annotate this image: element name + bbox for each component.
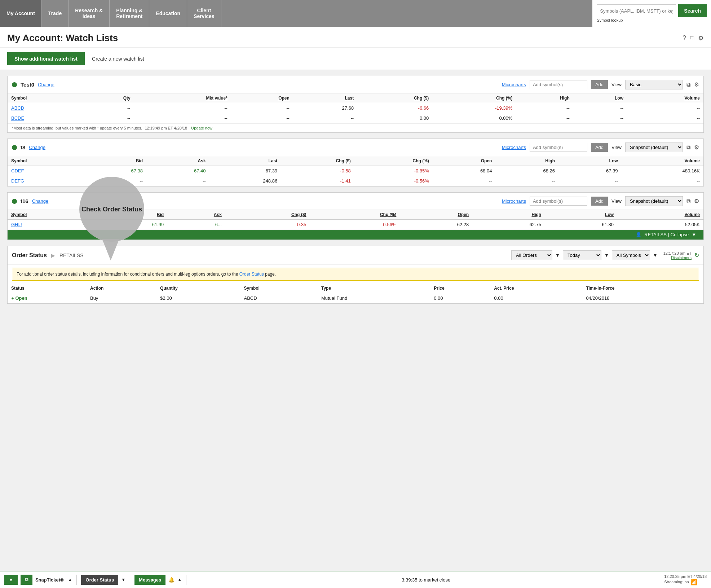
col-low-t16[interactable]: Low [545, 210, 617, 220]
col-high-t16[interactable]: High [472, 210, 545, 220]
view-select-test0[interactable]: Basic Snapshot (default) [625, 80, 683, 89]
col-quantity: Quantity [156, 284, 240, 293]
show-watchlist-button[interactable]: Show additional watch list [7, 52, 85, 65]
symbol-filter-select[interactable]: All Symbols [612, 250, 650, 260]
symbol-link-cdef[interactable]: CDEF [11, 168, 24, 174]
nav-research-ideas[interactable]: Research & Ideas [69, 0, 110, 27]
col-last-t8[interactable]: Last [209, 156, 281, 166]
col-high-t8[interactable]: High [495, 156, 558, 166]
view-select-t8[interactable]: Snapshot (default) Basic [625, 142, 683, 152]
status-dot-t8 [12, 145, 17, 150]
symbol-link-defg[interactable]: DEFG [11, 178, 24, 184]
disclaimers-link[interactable]: Disclaimers [671, 255, 692, 260]
settings-icon-t16[interactable]: ⚙ [694, 198, 699, 205]
refresh-icon[interactable]: ↻ [694, 252, 699, 259]
col-status: Status [8, 284, 87, 293]
expand-icon-test0[interactable]: ⧉ [686, 82, 690, 88]
order-status-bar-label: RETAILSS | Collapse [644, 232, 689, 237]
create-watchlist-link[interactable]: Create a new watch list [92, 56, 144, 62]
col-high-test0[interactable]: High [516, 93, 573, 103]
nav-my-account[interactable]: My Account [0, 0, 42, 27]
add-symbol-input-test0[interactable] [530, 80, 587, 89]
add-symbol-input-t16[interactable] [530, 197, 587, 206]
col-open-test0[interactable]: Open [231, 93, 293, 103]
date-arrow-icon: ▼ [604, 253, 609, 258]
col-low-t8[interactable]: Low [558, 156, 622, 166]
col-chgd-t8[interactable]: Chg ($) [281, 156, 354, 166]
nav-client-services[interactable]: Client Services [187, 0, 221, 27]
help-icon[interactable]: ? [683, 34, 686, 42]
chg-pct-bcde: 0.00% [432, 113, 516, 123]
arrow-icon: ▶ [51, 253, 55, 258]
col-volume-t8[interactable]: Volume [622, 156, 703, 166]
add-symbol-input-t8[interactable] [530, 143, 587, 152]
order-table: Status Action Quantity Symbol Type Price… [8, 284, 703, 303]
search-input[interactable] [597, 4, 676, 17]
col-chgp-test0[interactable]: Chg (%) [432, 93, 516, 103]
status-dot-t16 [12, 199, 17, 204]
symbol-link-abcd[interactable]: ABCD [11, 105, 24, 111]
chg-dollar-abcd: -6.66 [357, 103, 432, 113]
table-row: ABCD ------ 27.68 -6.66 -19.39% ------ [8, 103, 703, 113]
microcharts-link-test0[interactable]: Microcharts [502, 82, 526, 87]
expand-icon-t8[interactable]: ⧉ [686, 144, 690, 151]
table-row: GHIJ 61.99 6... -0.35 -0.56% 62.2862.756… [8, 220, 703, 230]
order-status-collapse-bar[interactable]: 👤 RETAILSS | Collapse ▼ [8, 230, 703, 240]
col-last-test0[interactable]: Last [293, 93, 357, 103]
watchlist-t8-change[interactable]: Change [29, 145, 45, 150]
col-open-t16[interactable]: Open [400, 210, 472, 220]
col-mktval-test0[interactable]: Mkt value* [134, 93, 231, 103]
symbol-link-ghij[interactable]: GHIJ [11, 222, 22, 227]
col-bid-t16[interactable]: Bid [95, 210, 167, 220]
chg-pct-abcd: -19.39% [432, 103, 516, 113]
action-bar: Show additional watch list Create a new … [0, 48, 711, 70]
microcharts-link-t16[interactable]: Microcharts [502, 198, 526, 204]
add-button-t8[interactable]: Add [591, 143, 608, 152]
settings-icon[interactable]: ⚙ [698, 34, 704, 42]
add-button-test0[interactable]: Add [591, 80, 608, 89]
watchlist-test0-change[interactable]: Change [38, 82, 54, 87]
watchlist-t16-change[interactable]: Change [32, 198, 49, 204]
col-chgp-t16[interactable]: Chg (%) [310, 210, 400, 220]
microcharts-link-t8[interactable]: Microcharts [502, 145, 526, 150]
col-chgd-test0[interactable]: Chg ($) [357, 93, 432, 103]
update-now-link[interactable]: Update now [191, 126, 212, 130]
main-content: Test0 Change Microcharts Add View Basic … [0, 70, 711, 315]
col-low-test0[interactable]: Low [573, 93, 627, 103]
expand-icon-t16[interactable]: ⧉ [686, 198, 690, 205]
date-filter-select[interactable]: Today Last 7 Days [563, 250, 601, 260]
filter-arrow-icon: ▼ [555, 253, 560, 258]
col-symbol-t8[interactable]: Symbol [8, 156, 83, 166]
watchlist-t16-name: t16 [21, 198, 28, 204]
order-status-controls: All Orders Open Orders ▼ Today Last 7 Da… [511, 250, 699, 260]
symbol-link-bcde[interactable]: BCDE [11, 115, 24, 121]
col-open-t8[interactable]: Open [433, 156, 496, 166]
col-chgd-t16[interactable]: Chg ($) [225, 210, 310, 220]
col-chgp-t8[interactable]: Chg (%) [354, 156, 433, 166]
col-bid-t8[interactable]: Bid [83, 156, 146, 166]
search-area: Search Symbol lookup [592, 0, 711, 27]
order-status-page-link[interactable]: Order Status [239, 272, 264, 277]
view-select-t16[interactable]: Snapshot (default) Basic [625, 196, 683, 206]
settings-icon-t8[interactable]: ⚙ [694, 144, 699, 151]
watchlist-test0-footer: *Most data is streaming, but values mark… [8, 123, 703, 132]
status-dot-test0 [12, 82, 17, 87]
search-button[interactable]: Search [678, 4, 707, 17]
col-ask-t16[interactable]: Ask [167, 210, 225, 220]
orders-filter-select[interactable]: All Orders Open Orders [511, 250, 552, 260]
col-qty-test0[interactable]: Qty [85, 93, 134, 103]
col-volume-t16[interactable]: Volume [617, 210, 703, 220]
nav-trade[interactable]: Trade [42, 0, 69, 27]
collapse-chevron-icon: ▼ [692, 232, 696, 237]
watchlist-test0-controls: Microcharts Add View Basic Snapshot (def… [502, 80, 699, 89]
col-symbol-t16[interactable]: Symbol [8, 210, 95, 220]
col-ask-t8[interactable]: Ask [146, 156, 209, 166]
nav-planning-retirement[interactable]: Planning & Retirement [110, 0, 149, 27]
expand-icon[interactable]: ⧉ [690, 34, 694, 42]
col-volume-test0[interactable]: Volume [627, 93, 703, 103]
col-symbol-test0[interactable]: Symbol [8, 93, 85, 103]
nav-education[interactable]: Education [149, 0, 187, 27]
col-symbol: Symbol [240, 284, 318, 293]
settings-icon-test0[interactable]: ⚙ [694, 81, 699, 88]
add-button-t16[interactable]: Add [591, 197, 608, 206]
